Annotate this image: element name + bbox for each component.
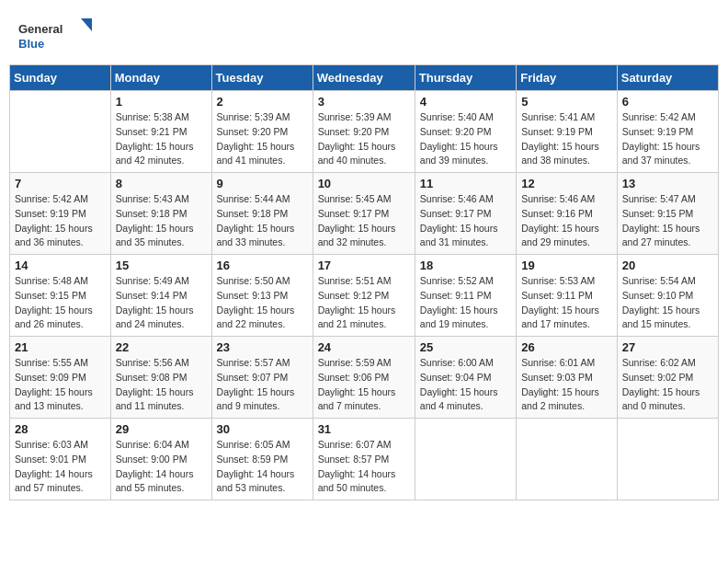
day-info: Sunrise: 6:04 AMSunset: 9:00 PMDaylight:… <box>116 438 207 496</box>
calendar-cell: 2Sunrise: 5:39 AMSunset: 9:20 PMDaylight… <box>211 91 313 173</box>
calendar-cell: 6Sunrise: 5:42 AMSunset: 9:19 PMDaylight… <box>617 91 718 173</box>
day-number: 24 <box>318 340 410 354</box>
calendar-cell: 5Sunrise: 5:41 AMSunset: 9:19 PMDaylight… <box>517 91 618 173</box>
day-info: Sunrise: 5:50 AMSunset: 9:13 PMDaylight:… <box>217 274 308 332</box>
calendar-cell: 27Sunrise: 6:02 AMSunset: 9:02 PMDayligh… <box>617 337 718 419</box>
day-number: 20 <box>622 259 713 272</box>
day-number: 7 <box>15 177 106 190</box>
day-info: Sunrise: 5:44 AMSunset: 9:18 PMDaylight:… <box>217 192 308 250</box>
day-info: Sunrise: 5:55 AMSunset: 9:09 PMDaylight:… <box>15 356 106 414</box>
day-info: Sunrise: 5:45 AMSunset: 9:17 PMDaylight:… <box>318 192 410 250</box>
calendar-cell: 14Sunrise: 5:48 AMSunset: 9:15 PMDayligh… <box>10 255 111 337</box>
calendar-cell: 13Sunrise: 5:47 AMSunset: 9:15 PMDayligh… <box>617 173 718 255</box>
calendar-cell: 30Sunrise: 6:05 AMSunset: 8:59 PMDayligh… <box>211 419 313 500</box>
calendar-cell: 20Sunrise: 5:54 AMSunset: 9:10 PMDayligh… <box>617 255 718 337</box>
calendar-cell: 22Sunrise: 5:56 AMSunset: 9:08 PMDayligh… <box>110 337 211 419</box>
svg-text:Blue: Blue <box>18 37 44 51</box>
day-number: 9 <box>217 177 308 190</box>
day-number: 17 <box>318 259 410 272</box>
day-number: 19 <box>521 259 612 272</box>
calendar-cell: 18Sunrise: 5:52 AMSunset: 9:11 PMDayligh… <box>415 255 516 337</box>
calendar-cell: 4Sunrise: 5:40 AMSunset: 9:20 PMDaylight… <box>415 91 516 173</box>
calendar-cell: 16Sunrise: 5:50 AMSunset: 9:13 PMDayligh… <box>211 255 313 337</box>
day-number: 23 <box>217 340 308 354</box>
day-number: 18 <box>420 259 511 272</box>
calendar-cell <box>617 419 718 500</box>
weekday-header: Monday <box>110 65 211 91</box>
day-number: 27 <box>622 340 713 354</box>
day-info: Sunrise: 6:01 AMSunset: 9:03 PMDaylight:… <box>521 356 612 414</box>
calendar-cell: 17Sunrise: 5:51 AMSunset: 9:12 PMDayligh… <box>313 255 415 337</box>
day-info: Sunrise: 5:53 AMSunset: 9:11 PMDaylight:… <box>521 274 612 332</box>
day-number: 29 <box>116 422 207 436</box>
day-number: 6 <box>622 95 713 109</box>
calendar-cell: 15Sunrise: 5:49 AMSunset: 9:14 PMDayligh… <box>110 255 211 337</box>
day-info: Sunrise: 5:59 AMSunset: 9:06 PMDaylight:… <box>318 356 410 414</box>
day-info: Sunrise: 6:05 AMSunset: 8:59 PMDaylight:… <box>217 438 308 496</box>
calendar-cell: 11Sunrise: 5:46 AMSunset: 9:17 PMDayligh… <box>415 173 516 255</box>
calendar-cell <box>10 91 111 173</box>
day-number: 3 <box>318 95 410 109</box>
calendar-cell: 21Sunrise: 5:55 AMSunset: 9:09 PMDayligh… <box>10 337 111 419</box>
weekday-header: Friday <box>517 65 618 91</box>
weekday-header: Wednesday <box>313 65 415 91</box>
day-info: Sunrise: 5:46 AMSunset: 9:17 PMDaylight:… <box>420 192 511 250</box>
logo-svg: General Blue <box>18 18 92 55</box>
header: General Blue <box>9 9 719 60</box>
day-number: 1 <box>116 95 207 109</box>
day-number: 12 <box>521 177 612 190</box>
day-info: Sunrise: 5:46 AMSunset: 9:16 PMDaylight:… <box>521 192 612 250</box>
calendar-cell: 29Sunrise: 6:04 AMSunset: 9:00 PMDayligh… <box>110 419 211 500</box>
day-info: Sunrise: 5:42 AMSunset: 9:19 PMDaylight:… <box>622 110 713 168</box>
weekday-header: Tuesday <box>211 65 313 91</box>
day-info: Sunrise: 6:02 AMSunset: 9:02 PMDaylight:… <box>622 356 713 414</box>
calendar-cell: 7Sunrise: 5:42 AMSunset: 9:19 PMDaylight… <box>10 173 111 255</box>
weekday-header: Sunday <box>10 65 111 91</box>
calendar-cell: 8Sunrise: 5:43 AMSunset: 9:18 PMDaylight… <box>110 173 211 255</box>
weekday-header: Saturday <box>617 65 718 91</box>
calendar-cell: 23Sunrise: 5:57 AMSunset: 9:07 PMDayligh… <box>211 337 313 419</box>
day-number: 14 <box>15 259 106 272</box>
day-info: Sunrise: 5:49 AMSunset: 9:14 PMDaylight:… <box>116 274 207 332</box>
day-info: Sunrise: 5:57 AMSunset: 9:07 PMDaylight:… <box>217 356 308 414</box>
calendar-cell: 1Sunrise: 5:38 AMSunset: 9:21 PMDaylight… <box>110 91 211 173</box>
day-number: 5 <box>521 95 612 109</box>
calendar-cell: 3Sunrise: 5:39 AMSunset: 9:20 PMDaylight… <box>313 91 415 173</box>
day-info: Sunrise: 6:03 AMSunset: 9:01 PMDaylight:… <box>15 438 106 496</box>
day-number: 25 <box>420 340 511 354</box>
day-info: Sunrise: 6:00 AMSunset: 9:04 PMDaylight:… <box>420 356 511 414</box>
day-info: Sunrise: 5:51 AMSunset: 9:12 PMDaylight:… <box>318 274 410 332</box>
day-number: 16 <box>217 259 308 272</box>
logo: General Blue <box>18 18 92 55</box>
day-info: Sunrise: 6:07 AMSunset: 8:57 PMDaylight:… <box>318 438 410 496</box>
calendar-table: SundayMondayTuesdayWednesdayThursdayFrid… <box>9 64 719 500</box>
day-info: Sunrise: 5:38 AMSunset: 9:21 PMDaylight:… <box>116 110 207 168</box>
day-info: Sunrise: 5:39 AMSunset: 9:20 PMDaylight:… <box>318 110 410 168</box>
calendar-cell <box>415 419 516 500</box>
svg-text:General: General <box>18 22 63 36</box>
calendar-header: SundayMondayTuesdayWednesdayThursdayFrid… <box>10 65 719 91</box>
day-info: Sunrise: 5:52 AMSunset: 9:11 PMDaylight:… <box>420 274 511 332</box>
svg-marker-1 <box>81 18 92 31</box>
calendar-body: 1Sunrise: 5:38 AMSunset: 9:21 PMDaylight… <box>10 91 719 500</box>
day-number: 4 <box>420 95 511 109</box>
day-number: 8 <box>116 177 207 190</box>
day-number: 22 <box>116 340 207 354</box>
day-info: Sunrise: 5:48 AMSunset: 9:15 PMDaylight:… <box>15 274 106 332</box>
day-number: 13 <box>622 177 713 190</box>
day-number: 28 <box>15 422 106 436</box>
day-number: 2 <box>217 95 308 109</box>
calendar-cell: 12Sunrise: 5:46 AMSunset: 9:16 PMDayligh… <box>517 173 618 255</box>
day-info: Sunrise: 5:42 AMSunset: 9:19 PMDaylight:… <box>15 192 106 250</box>
day-info: Sunrise: 5:40 AMSunset: 9:20 PMDaylight:… <box>420 110 511 168</box>
day-number: 15 <box>116 259 207 272</box>
weekday-header: Thursday <box>415 65 516 91</box>
calendar-cell: 24Sunrise: 5:59 AMSunset: 9:06 PMDayligh… <box>313 337 415 419</box>
calendar-cell: 19Sunrise: 5:53 AMSunset: 9:11 PMDayligh… <box>517 255 618 337</box>
calendar-cell: 25Sunrise: 6:00 AMSunset: 9:04 PMDayligh… <box>415 337 516 419</box>
day-info: Sunrise: 5:56 AMSunset: 9:08 PMDaylight:… <box>116 356 207 414</box>
day-number: 31 <box>318 422 410 436</box>
calendar-cell: 10Sunrise: 5:45 AMSunset: 9:17 PMDayligh… <box>313 173 415 255</box>
day-number: 30 <box>217 422 308 436</box>
day-info: Sunrise: 5:41 AMSunset: 9:19 PMDaylight:… <box>521 110 612 168</box>
